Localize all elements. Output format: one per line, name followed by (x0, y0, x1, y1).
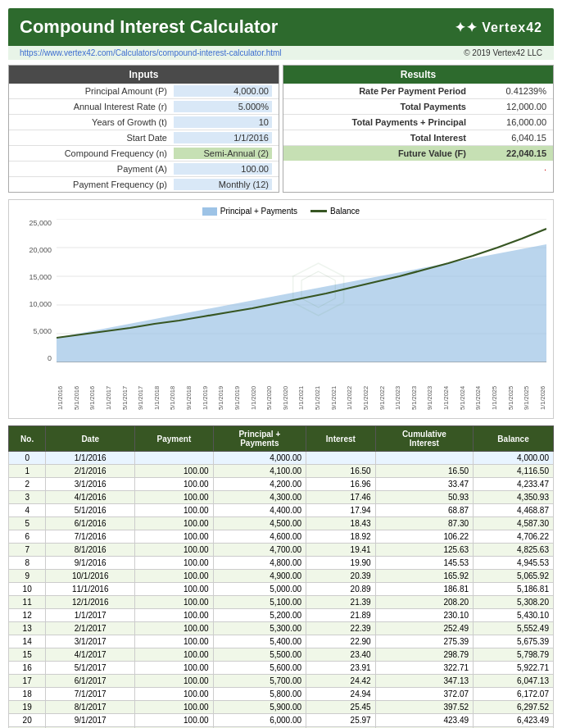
table-cell-15-4: 23.40 (306, 648, 376, 662)
table-cell-19-0: 19 (9, 701, 46, 714)
x-label-10: 5/1/2019 (217, 362, 224, 410)
x-label-18: 1/1/2022 (346, 362, 353, 410)
table-cell-13-3: 5,300.00 (213, 622, 306, 635)
table-cell-14-3: 5,400.00 (213, 635, 306, 648)
table-cell-7-4: 19.41 (306, 544, 376, 557)
input-label-1: Annual Interest Rate (r) (16, 102, 174, 111)
table-cell-8-2: 100.00 (135, 557, 213, 570)
table-cell-5-4: 18.43 (306, 517, 376, 530)
table-cell-1-3: 4,100.00 (213, 465, 306, 478)
table-row: 187/1/2017100.005,800.0024.94372.076,172… (9, 688, 554, 701)
svg-marker-6 (57, 244, 546, 362)
table-cell-10-2: 100.00 (135, 583, 213, 596)
table-cell-1-2: 100.00 (135, 465, 213, 478)
x-label-26: 9/1/2024 (474, 362, 482, 410)
input-value-5[interactable]: 100.00 (174, 163, 272, 175)
table-cell-9-1: 10/1/2016 (46, 570, 135, 583)
table-cell-14-4: 22.90 (306, 635, 376, 648)
table-cell-12-6: 5,430.10 (474, 609, 554, 622)
legend-box-principal (202, 207, 217, 216)
table-cell-8-1: 9/1/2016 (46, 557, 135, 570)
table-cell-12-3: 5,200.00 (213, 609, 306, 622)
table-cell-6-2: 100.00 (135, 530, 213, 544)
legend-principal-label: Principal + Payments (220, 207, 297, 216)
table-cell-0-6: 4,000.00 (474, 452, 554, 465)
x-label-8: 9/1/2018 (185, 362, 193, 410)
table-cell-6-3: 4,600.00 (213, 530, 306, 544)
table-cell-2-4: 16.96 (306, 478, 376, 491)
table-cell-4-2: 100.00 (135, 504, 213, 517)
table-row: 01/1/20164,000.004,000.00 (9, 452, 554, 465)
table-row: 198/1/2017100.005,900.0025.45397.526,297… (9, 701, 554, 714)
table-cell-7-5: 125.63 (375, 544, 473, 557)
table-cell-6-5: 106.22 (375, 530, 473, 544)
table-cell-17-5: 347.13 (375, 675, 473, 688)
table-cell-5-1: 6/1/2016 (46, 517, 135, 530)
table-cell-20-5: 423.49 (375, 714, 473, 727)
table-cell-1-5: 16.50 (375, 465, 473, 478)
inputs-panel: Inputs Principal Amount (P)4,000.00Annua… (8, 65, 279, 193)
table-cell-1-1: 2/1/2016 (46, 465, 135, 478)
x-label-24: 1/1/2024 (442, 362, 450, 410)
table-header-row: No. Date Payment Principal +Payments Int… (9, 426, 554, 452)
result-label-4: Future Value (F) (290, 148, 473, 158)
x-label-11: 9/1/2019 (233, 362, 241, 410)
result-row-0: Rate Per Payment Period0.41239% (283, 84, 553, 99)
input-value-2[interactable]: 10 (174, 116, 272, 128)
table-cell-14-1: 3/1/2017 (46, 635, 135, 648)
header-url-bar: https://www.vertex42.com/Calculators/com… (8, 46, 554, 60)
table-cell-18-2: 100.00 (135, 688, 213, 701)
x-label-17: 9/1/2021 (330, 362, 338, 410)
table-cell-0-1: 1/1/2016 (46, 452, 135, 465)
table-cell-6-4: 18.92 (306, 530, 376, 544)
table-cell-11-5: 208.20 (375, 596, 473, 609)
x-label-22: 5/1/2023 (410, 362, 418, 410)
table-cell-0-3: 4,000.00 (213, 452, 306, 465)
table-cell-15-1: 4/1/2017 (46, 648, 135, 662)
legend-line-balance (310, 210, 327, 212)
table-cell-5-2: 100.00 (135, 517, 213, 530)
table-cell-10-6: 5,186.81 (474, 583, 554, 596)
table-cell-14-5: 275.39 (375, 635, 473, 648)
table-row: 1011/1/2016100.005,000.0020.89186.815,18… (9, 583, 554, 596)
table-cell-15-0: 15 (9, 648, 46, 662)
input-value-3[interactable]: 1/1/2016 (174, 132, 272, 143)
table-row: 154/1/2017100.005,500.0023.40298.795,798… (9, 648, 554, 662)
table-cell-19-4: 25.45 (306, 701, 376, 714)
input-value-6[interactable]: Monthly (12) (174, 179, 272, 190)
table-cell-17-3: 5,700.00 (213, 675, 306, 688)
table-cell-11-2: 100.00 (135, 596, 213, 609)
table-row: 12/1/2016100.004,100.0016.5016.504,116.5… (9, 465, 554, 478)
x-label-25: 5/1/2024 (459, 362, 466, 410)
input-row-0: Principal Amount (P)4,000.00 (9, 84, 279, 99)
col-pp: Principal +Payments (213, 426, 306, 452)
table-row: 143/1/2017100.005,400.0022.90275.395,675… (9, 635, 554, 648)
table-cell-16-3: 5,600.00 (213, 662, 306, 675)
input-value-0[interactable]: 4,000.00 (174, 85, 272, 97)
table-cell-2-6: 4,233.47 (474, 478, 554, 491)
table-row: 67/1/2016100.004,600.0018.92106.224,706.… (9, 530, 554, 544)
table-cell-20-6: 6,423.49 (474, 714, 554, 727)
table-cell-17-0: 17 (9, 675, 46, 688)
url-text[interactable]: https://www.vertex42.com/Calculators/com… (20, 48, 282, 57)
table-cell-17-2: 100.00 (135, 675, 213, 688)
legend-principal: Principal + Payments (202, 207, 297, 216)
input-value-4[interactable]: Semi-Annual (2) (174, 148, 272, 159)
input-value-1[interactable]: 5.000% (174, 101, 272, 112)
input-label-3: Start Date (16, 133, 174, 143)
x-label-4: 5/1/2017 (121, 362, 129, 410)
header-bar: Compound Interest Calculator ✦✦ Vertex42 (8, 8, 554, 46)
table-cell-5-5: 87.30 (375, 517, 473, 530)
result-label-1: Total Payments (290, 102, 473, 111)
table-cell-12-5: 230.10 (375, 609, 473, 622)
table-cell-8-0: 8 (9, 557, 46, 570)
x-label-5: 9/1/2017 (137, 362, 144, 410)
table-cell-13-6: 5,552.49 (474, 622, 554, 635)
result-label-2: Total Payments + Principal (290, 117, 473, 127)
table-cell-10-1: 11/1/2016 (46, 583, 135, 596)
table-cell-13-2: 100.00 (135, 622, 213, 635)
table-cell-9-4: 20.39 (306, 570, 376, 583)
table-cell-0-4 (306, 452, 376, 465)
result-row-3: Total Interest6,040.15 (283, 130, 553, 146)
table-cell-18-3: 5,800.00 (213, 688, 306, 701)
